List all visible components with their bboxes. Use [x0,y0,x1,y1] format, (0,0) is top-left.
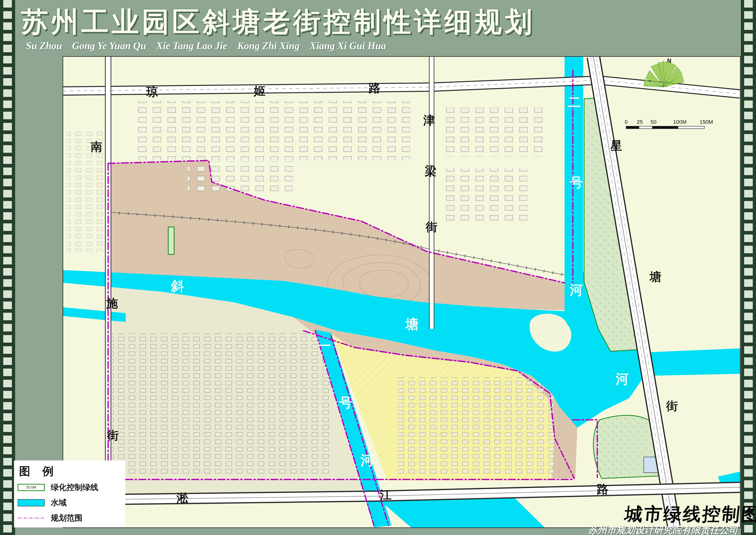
scale-tick-0: 0 [625,119,628,125]
scale-tick-25: 25 [637,119,643,125]
header: 苏州工业园区斜塘老街控制性详细规划 Su Zhou Gong Ye Yuan Q… [15,0,741,56]
label-xietang-1: 斜 [171,279,184,294]
label-jinliang-2: 梁 [425,165,437,178]
label-xingtang-1: 星 [610,139,622,152]
page-title: 苏州工业园区斜塘老街控制性详细规划 [21,4,535,41]
scale-tick-50: 50 [651,119,657,125]
label-yihao-3: 河 [360,453,374,467]
map-canvas: 琼 姬 路 南 施 街 津 梁 街 二 号 河 星 塘 街 斜 塘 河 一 号 … [63,57,740,527]
company-name: 苏州市规划设计研究院有限责任公司 [588,524,738,535]
legend-item-boundary: 规划范围 [18,513,122,523]
label-nanshi-2: 施 [106,297,118,310]
label-erhao-1: 二 [568,95,581,109]
label-jinliang-3: 街 [425,220,437,234]
label-qiongji-2: 姬 [254,84,265,98]
label-erhao-2: 号 [570,175,583,190]
label-songjiang-1: 淞 [176,492,188,505]
legend-panel: 图 例 20.0M 绿化控制绿线 水域 规划范围 [14,461,125,527]
film-strip-right-squares [744,0,753,535]
boundary-swatch [18,516,45,520]
scale-tick-100: 100M [673,119,687,125]
film-strip-left-squares [3,0,12,535]
map-sheet-title: 城市绿线控制图 [623,502,756,526]
scale-tick-150: 150M [699,119,713,125]
water-right-strip [648,349,740,376]
label-erhao-3: 河 [570,283,583,297]
label-songjiang-3: 路 [597,483,608,496]
page-subtitle-pinyin: Su Zhou Gong Ye Yuan Qu Xie Tang Lao Jie… [26,40,386,51]
label-nanshi-3: 街 [107,429,119,442]
green-control-strip [168,227,174,254]
label-qiongji-1: 琼 [146,85,158,99]
label-qiongji-3: 路 [368,82,380,95]
legend-title: 图 例 [19,464,122,479]
label-xietang-2: 塘 [405,317,419,332]
label-nanshi-1: 南 [91,140,102,153]
label-xietang-3: 河 [615,372,629,386]
legend-item-greenline: 20.0M 绿化控制绿线 [18,482,122,493]
film-strip-right [741,0,756,535]
legend-item-water: 水域 [18,497,122,508]
label-yihao-2: 号 [339,395,352,410]
film-strip-left [0,0,15,535]
greenline-swatch: 20.0M [18,484,45,491]
legend-label-greenline: 绿化控制绿线 [51,482,98,493]
legend-label-boundary: 规划范围 [51,513,82,523]
label-jinliang-1: 津 [423,114,435,127]
label-xingtang-2: 塘 [649,270,661,283]
label-xingtang-3: 街 [666,400,678,412]
map-sheet: 琼 姬 路 南 施 街 津 梁 街 二 号 河 星 塘 街 斜 塘 河 一 号 … [63,56,741,528]
water-swatch [18,499,45,506]
label-songjiang-2: 江 [380,489,392,501]
label-yihao-1: 一 [317,339,331,353]
legend-label-water: 水域 [51,497,67,508]
north-label: N [667,57,671,64]
